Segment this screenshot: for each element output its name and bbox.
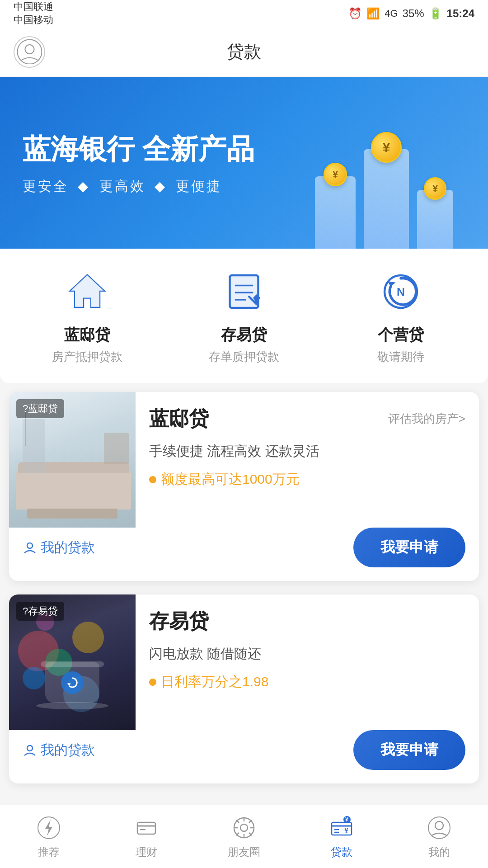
apply-button-cunyidai[interactable]: 我要申请 <box>353 730 465 770</box>
svg-marker-13 <box>67 683 71 686</box>
product-landai-desc: 房产抵押贷款 <box>52 349 122 365</box>
loan-actions-landai: 我的贷款 我要申请 <box>9 528 479 581</box>
time-display: 15:24 <box>447 7 474 20</box>
loan-image-landai: ?蓝邸贷 <box>9 392 136 528</box>
alarm-icon: ⏰ <box>348 7 362 20</box>
highlight-dot2 <box>149 679 156 686</box>
svg-rect-16 <box>137 822 155 834</box>
subtitle-part1: 更安全 <box>23 179 69 193</box>
bottom-nav: 推荐 理财 朋友圈 <box>0 805 488 868</box>
product-cunyidai[interactable]: 存易贷 存单质押贷款 <box>166 267 323 365</box>
banner-text: 蓝海银行 全新产品 更安全 ◆ 更高效 ◆ 更便捷 <box>23 130 465 196</box>
loan-card-cunyidai: ?存易贷 存易贷 闪电放款 随借随还 日利率万分之1.98 我的贷款 我要申请 <box>9 594 479 783</box>
loan-highlight-landai: 额度最高可达1000万元 <box>149 470 465 489</box>
loan-name-cunyidai: 存易贷 <box>149 608 209 635</box>
loan-tag-cunyidai: ?存易贷 <box>16 602 64 621</box>
nav-label-profile: 我的 <box>428 845 450 859</box>
carrier1: 中国联通 <box>14 0 53 14</box>
nav-item-moments[interactable]: 朋友圈 <box>195 814 293 859</box>
svg-point-14 <box>27 745 33 751</box>
svg-point-37 <box>435 821 443 830</box>
carrier-info: 中国联通 中国移动 <box>14 0 53 26</box>
nav-label-moments: 朋友圈 <box>228 845 260 859</box>
nav-item-recommend[interactable]: 推荐 <box>0 814 98 859</box>
highlight-dot <box>149 476 156 483</box>
battery-text: 35% <box>403 7 424 20</box>
subtitle-part3: 更便捷 <box>176 179 222 193</box>
loan-actions-cunyidai: 我的贷款 我要申请 <box>9 730 479 783</box>
loan-icon: ¥ ¥ <box>328 814 355 841</box>
loan-header-landai: 蓝邸贷 评估我的房产> <box>149 406 465 432</box>
loan-card-cunyidai-inner: ?存易贷 存易贷 闪电放款 随借随还 日利率万分之1.98 <box>9 594 479 730</box>
nav-item-loan[interactable]: ¥ ¥ 贷款 <box>293 814 390 859</box>
refresh-icon: N <box>376 267 426 316</box>
svg-point-1 <box>25 45 34 54</box>
svg-text:N: N <box>397 286 405 298</box>
banner: 蓝海银行 全新产品 更安全 ◆ 更高效 ◆ 更便捷 ¥ ¥ <box>0 77 488 249</box>
apply-button-landai[interactable]: 我要申请 <box>353 528 465 567</box>
house-icon <box>62 267 112 316</box>
lightning-icon <box>35 814 62 841</box>
product-row: 蓝邸贷 房产抵押贷款 存易贷 存单质押贷款 <box>0 249 488 383</box>
loan-card-landai-inner: ?蓝邸贷 蓝邸贷 评估我的房产> 手续便捷 流程高效 还款灵活 额度最高可达10… <box>9 392 479 528</box>
loan-content-cunyidai: 存易贷 闪电放款 随借随还 日利率万分之1.98 <box>136 594 479 730</box>
product-cunyidai-desc: 存单质押贷款 <box>209 349 279 365</box>
status-right: ⏰ 📶 4G 35% 🔋 15:24 <box>348 7 474 20</box>
svg-point-12 <box>27 543 33 548</box>
loan-highlight-cunyidai: 日利率万分之1.98 <box>149 673 465 691</box>
page-title: 贷款 <box>227 40 261 63</box>
nav-item-financial[interactable]: 理财 <box>98 814 195 859</box>
battery-icon: 🔋 <box>429 7 442 20</box>
loan-content-landai: 蓝邸贷 评估我的房产> 手续便捷 流程高效 还款灵活 额度最高可达1000万元 <box>136 392 479 528</box>
product-geyingdai[interactable]: N 个营贷 敬请期待 <box>322 267 479 365</box>
subtitle-part2: 更高效 <box>99 179 145 193</box>
svg-rect-29 <box>332 822 352 835</box>
wifi-icon: 📶 <box>366 7 380 20</box>
product-landai-name: 蓝邸贷 <box>64 325 110 345</box>
loan-header-cunyidai: 存易贷 <box>149 608 465 635</box>
camera-icon <box>230 814 258 841</box>
loan-tag-landai: ?蓝邸贷 <box>16 399 64 418</box>
my-loan-button-landai[interactable]: 我的贷款 <box>23 538 95 557</box>
loan-image-cunyidai: ?存易贷 <box>9 594 136 730</box>
carrier2: 中国移动 <box>14 14 53 27</box>
avatar-button[interactable] <box>14 36 45 68</box>
nav-label-loan: 贷款 <box>331 845 352 859</box>
card-icon <box>133 814 160 841</box>
product-cunyidai-name: 存易贷 <box>221 325 267 345</box>
svg-point-20 <box>240 824 248 831</box>
product-geyingdai-name: 个营贷 <box>378 325 424 345</box>
loan-card-landai: ?蓝邸贷 蓝邸贷 评估我的房产> 手续便捷 流程高效 还款灵活 额度最高可达10… <box>9 392 479 581</box>
nav-item-profile[interactable]: 我的 <box>390 814 488 859</box>
banner-subtitle: 更安全 ◆ 更高效 ◆ 更便捷 <box>23 177 465 196</box>
signal-icon: 4G <box>385 8 398 19</box>
loan-eval-landai[interactable]: 评估我的房产> <box>388 411 465 427</box>
svg-text:¥: ¥ <box>345 816 348 823</box>
document-icon <box>219 267 269 316</box>
loan-features-cunyidai: 闪电放款 随借随还 <box>149 643 465 665</box>
loan-features-landai: 手续便捷 流程高效 还款灵活 <box>149 440 465 462</box>
person-icon <box>426 814 453 841</box>
product-landai[interactable]: 蓝邸贷 房产抵押贷款 <box>9 267 166 365</box>
page-header: 贷款 <box>0 27 488 77</box>
loan-name-landai: 蓝邸贷 <box>149 406 209 432</box>
product-geyingdai-desc: 敬请期待 <box>377 349 424 365</box>
svg-text:¥: ¥ <box>344 827 348 835</box>
nav-label-financial: 理财 <box>136 845 157 859</box>
banner-title: 蓝海银行 全新产品 <box>23 130 465 168</box>
svg-marker-3 <box>71 275 103 307</box>
status-bar: 中国联通 中国移动 ⏰ 📶 4G 35% 🔋 15:24 <box>0 0 488 27</box>
nav-label-recommend: 推荐 <box>38 845 60 859</box>
my-loan-button-cunyidai[interactable]: 我的贷款 <box>23 741 95 760</box>
